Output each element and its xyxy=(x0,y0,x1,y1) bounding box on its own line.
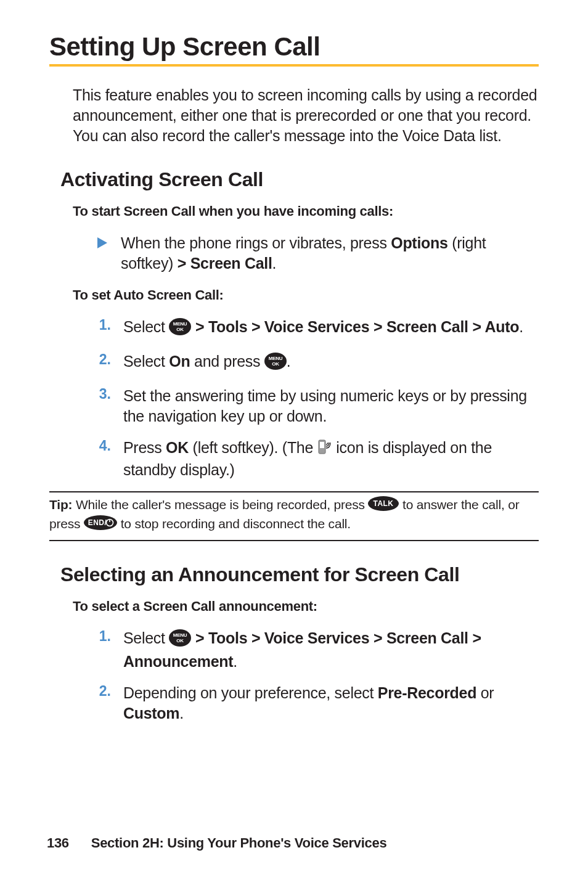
menu-path: > Tools > Voice Services > Screen Call >… xyxy=(191,318,519,335)
step-text: Depending on your preference, select Pre… xyxy=(123,683,539,724)
menu-ok-icon xyxy=(169,318,191,340)
subheading-activating: Activating Screen Call xyxy=(60,168,539,191)
text-fragment: . xyxy=(519,318,523,335)
step-number: 1. xyxy=(96,628,111,672)
menu-ok-icon xyxy=(169,629,191,651)
text-fragment: Depending on your preference, select xyxy=(123,684,378,701)
list-item: 1. Select > Tools > Voice Services > Scr… xyxy=(96,317,539,340)
step-number: 1. xyxy=(96,317,111,340)
title-underline xyxy=(49,64,539,67)
triangle-icon xyxy=(97,233,110,274)
section-label: Section 2H: Using Your Phone's Voice Ser… xyxy=(91,835,387,851)
menu-path: > Screen Call xyxy=(178,255,272,272)
text-fragment: Press xyxy=(123,439,166,456)
text-fragment: Select xyxy=(123,318,169,335)
list-item: 2. Select On and press . xyxy=(96,351,539,375)
text-fragment: or xyxy=(476,684,494,701)
lead-auto-screen-call: To set Auto Screen Call: xyxy=(73,287,539,303)
text-fragment: When the phone rings or vibrates, press xyxy=(121,234,391,251)
lead-start-screen-call: To start Screen Call when you have incom… xyxy=(73,203,539,219)
text-fragment: (left softkey). (The xyxy=(189,439,317,456)
bullet-start-screen-call: When the phone rings or vibrates, press … xyxy=(97,233,539,274)
subheading-selecting: Selecting an Announcement for Screen Cal… xyxy=(60,563,539,586)
list-item: 1. Select > Tools > Voice Services > Scr… xyxy=(96,628,539,672)
text-fragment: . xyxy=(272,255,277,272)
page-number: 136 xyxy=(47,835,69,851)
screen-call-icon xyxy=(317,439,332,460)
step-text: Select > Tools > Voice Services > Screen… xyxy=(123,628,539,672)
step-text: Set the answering time by using numeric … xyxy=(123,386,539,427)
text-fragment: Select xyxy=(123,629,169,647)
text-fragment: and press xyxy=(190,353,264,370)
page-title: Setting Up Screen Call xyxy=(49,32,539,62)
end-icon xyxy=(84,515,117,534)
ordered-list-auto: 1. Select > Tools > Voice Services > Scr… xyxy=(49,317,539,480)
lead-select-announcement: To select a Screen Call announcement: xyxy=(73,598,539,615)
intro-paragraph: This feature enables you to screen incom… xyxy=(73,85,539,146)
list-item: 2. Depending on your preference, select … xyxy=(96,683,539,724)
text-fragment: Select xyxy=(123,353,169,370)
tip-divider-top xyxy=(49,491,539,492)
text-fragment: . xyxy=(287,353,291,370)
ordered-list-select: 1. Select > Tools > Voice Services > Scr… xyxy=(49,628,539,724)
step-number: 2. xyxy=(96,351,111,375)
step-number: 4. xyxy=(96,438,111,480)
menu-ok-icon xyxy=(264,353,287,375)
step-text: Select On and press . xyxy=(123,351,291,375)
options-label: Options xyxy=(391,234,447,251)
tip-text: to stop recording and disconnect the cal… xyxy=(117,517,351,531)
bullet-text: When the phone rings or vibrates, press … xyxy=(121,233,539,274)
list-item: 3. Set the answering time by using numer… xyxy=(96,386,539,427)
pre-recorded-label: Pre-Recorded xyxy=(378,684,476,701)
step-number: 3. xyxy=(96,386,111,427)
step-text: Select > Tools > Voice Services > Screen… xyxy=(123,317,523,340)
tip-block: Tip: While the caller's message is being… xyxy=(49,495,539,536)
tip-divider-bottom xyxy=(49,540,539,541)
text-fragment: . xyxy=(179,704,184,722)
talk-icon xyxy=(368,496,399,515)
list-item: 4. Press OK (left softkey). (The icon is… xyxy=(96,438,539,480)
tip-label: Tip: xyxy=(49,497,76,512)
text-fragment: . xyxy=(233,653,237,670)
on-label: On xyxy=(169,353,190,370)
page-footer: 136Section 2H: Using Your Phone's Voice … xyxy=(47,835,386,851)
ok-label: OK xyxy=(166,439,189,456)
tip-text: While the caller's message is being reco… xyxy=(76,497,369,512)
custom-label: Custom xyxy=(123,704,179,722)
step-text: Press OK (left softkey). (The icon is di… xyxy=(123,438,539,480)
step-number: 2. xyxy=(96,683,111,724)
